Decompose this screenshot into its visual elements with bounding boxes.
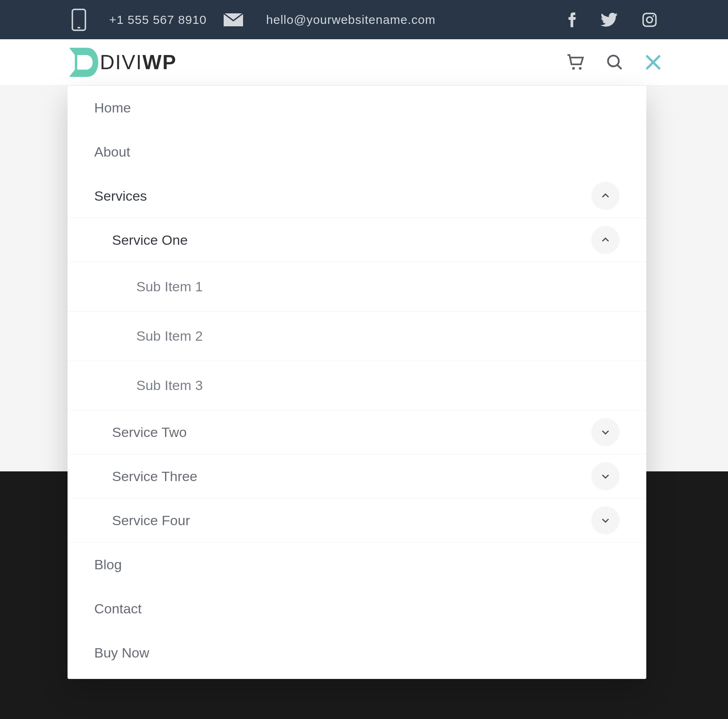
- menu-label: Home: [94, 100, 131, 116]
- menu-item-service-one[interactable]: Service One: [68, 218, 646, 262]
- twitter-icon[interactable]: [601, 13, 618, 27]
- menu-label: Service Four: [112, 513, 190, 528]
- logo-text: DIVIWP: [100, 51, 177, 74]
- menu-item-buy-now[interactable]: Buy Now: [68, 631, 646, 675]
- menu-label: Services: [94, 188, 147, 204]
- topbar: +1 555 567 8910 hello@yourwebsitename.co…: [0, 0, 728, 39]
- chevron-down-icon[interactable]: [591, 418, 620, 446]
- svg-point-6: [579, 67, 582, 70]
- logo[interactable]: DIVIWP: [67, 48, 177, 77]
- menu-item-sub3[interactable]: Sub Item 3: [68, 361, 646, 410]
- menu-label: Service Two: [112, 424, 187, 440]
- menu-item-home[interactable]: Home: [68, 86, 646, 130]
- menu-item-sub2[interactable]: Sub Item 2: [68, 312, 646, 361]
- svg-point-7: [608, 55, 619, 66]
- svg-rect-2: [643, 13, 656, 26]
- menu-item-service-two[interactable]: Service Two: [68, 410, 646, 454]
- header: DIVIWP: [0, 39, 728, 86]
- page-root: +1 555 567 8910 hello@yourwebsitename.co…: [0, 0, 728, 86]
- menu-label: Sub Item 2: [136, 328, 203, 344]
- menu-label: Sub Item 3: [136, 378, 203, 393]
- menu-item-sub1[interactable]: Sub Item 1: [68, 262, 646, 312]
- mail-icon: [223, 13, 244, 27]
- svg-line-8: [618, 65, 622, 69]
- menu-label: Service One: [112, 232, 188, 248]
- topbar-phone[interactable]: +1 555 567 8910: [109, 13, 207, 27]
- menu-label: Contact: [94, 601, 142, 617]
- close-icon[interactable]: [645, 54, 661, 70]
- topbar-email[interactable]: hello@yourwebsitename.com: [266, 13, 436, 27]
- topbar-social: [567, 12, 657, 28]
- chevron-down-icon[interactable]: [591, 462, 620, 490]
- menu-item-contact[interactable]: Contact: [68, 587, 646, 631]
- facebook-icon[interactable]: [567, 12, 576, 28]
- chevron-up-icon[interactable]: [591, 182, 620, 210]
- logo-mark-icon: [67, 48, 98, 77]
- svg-point-3: [647, 17, 652, 22]
- menu-label: Blog: [94, 557, 122, 573]
- search-icon[interactable]: [607, 54, 623, 70]
- cart-icon[interactable]: [567, 54, 584, 70]
- menu-label: About: [94, 144, 130, 160]
- svg-point-5: [572, 67, 575, 70]
- svg-point-4: [653, 15, 654, 17]
- menu-item-blog[interactable]: Blog: [68, 543, 646, 587]
- mobile-menu: Home About Services Service One Sub Item…: [68, 86, 646, 679]
- menu-label: Service Three: [112, 469, 197, 484]
- menu-item-service-four[interactable]: Service Four: [68, 498, 646, 543]
- chevron-down-icon[interactable]: [591, 506, 620, 534]
- chevron-up-icon[interactable]: [591, 226, 620, 254]
- phone-icon: [71, 8, 87, 32]
- menu-label: Buy Now: [94, 645, 149, 661]
- menu-item-about[interactable]: About: [68, 130, 646, 174]
- menu-item-service-three[interactable]: Service Three: [68, 454, 646, 498]
- menu-label: Sub Item 1: [136, 279, 203, 295]
- menu-item-services[interactable]: Services: [68, 174, 646, 218]
- instagram-icon[interactable]: [642, 12, 657, 28]
